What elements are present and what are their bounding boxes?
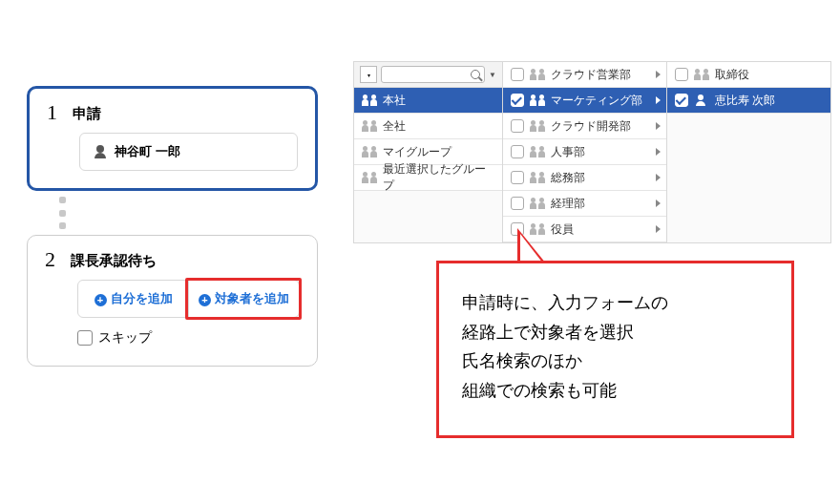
callout-line-3: 氏名検索のほか [462,346,768,376]
dept-checkbox[interactable] [511,145,524,158]
dept-label: クラウド開発部 [551,118,631,135]
dept-label: 経理部 [551,196,585,212]
applicant-name: 神谷町 一郎 [115,143,180,160]
step-2-title: 課長承認待ち [71,249,157,270]
group-icon [362,120,377,132]
dept-checkbox[interactable] [511,94,524,107]
dept-item-cloud-sales[interactable]: クラウド営業部 [503,62,666,88]
step-2-number: 2 [45,249,55,270]
person-icon [94,145,107,158]
person-checkbox[interactable] [675,68,688,81]
add-self-button[interactable]: +自分を追加 [78,281,188,317]
step-2-card: 2 課長承認待ち +自分を追加 +対象者を追加 スキップ [27,235,318,367]
dept-label: 人事部 [551,144,585,160]
group-icon [362,94,377,106]
chevron-down-icon[interactable]: ▼ [489,71,496,79]
group-icon [530,146,545,158]
person-checkbox[interactable] [675,94,688,107]
chevron-right-icon [656,148,661,156]
add-self-label: 自分を追加 [111,291,173,305]
dept-item-ga[interactable]: 総務部 [503,165,666,191]
skip-label: スキップ [98,329,152,346]
person-item-director[interactable]: 取締役 [667,62,830,88]
person-label: 恵比寿 次郎 [715,93,775,109]
dept-item-hr[interactable]: 人事部 [503,139,666,165]
group-icon [530,198,545,209]
plus-icon: + [199,294,211,306]
chevron-right-icon [656,200,661,207]
org-item-zensha[interactable]: 全社 [354,114,502,139]
applicant-box: 神谷町 一郎 [79,133,298,171]
picker-search-row: ▾ ▼ [354,62,502,88]
group-icon [362,172,377,183]
org-item-honsha[interactable]: 本社 [354,88,502,114]
picker-search-input[interactable] [381,66,485,83]
step-1-number: 1 [47,102,57,123]
picker-col-0: ▾ ▼ 本社 全社 マイグループ 最近選択したグループ [353,61,503,243]
dept-label: 総務部 [551,170,585,186]
org-item-recent[interactable]: 最近選択したグループ [354,165,502,191]
org-label: 最近選択したグループ [383,161,494,194]
workflow-steps: 1 申請 神谷町 一郎 2 課長承認待ち +自分を追加 +対象者を追加 スキップ [27,86,318,367]
dept-label: マーケティング部 [551,93,642,109]
group-icon [530,120,545,132]
step-1-card: 1 申請 神谷町 一郎 [27,86,318,191]
explanation-callout: 申請時に、入力フォームの 経路上で対象者を選択 氏名検索のほか 組織での検索も可… [436,261,794,438]
plus-icon: + [94,294,107,306]
dept-item-marketing[interactable]: マーケティング部 [503,88,666,114]
add-buttons-row: +自分を追加 +対象者を追加 [77,280,300,318]
group-icon [530,69,545,80]
group-icon [362,146,377,158]
dept-checkbox[interactable] [511,171,524,184]
chevron-right-icon [656,96,661,104]
skip-row[interactable]: スキップ [77,329,300,346]
group-icon [530,172,545,183]
picker-mode-select[interactable]: ▾ [360,66,377,83]
chevron-right-icon [656,174,661,181]
chevron-right-icon [656,225,661,233]
callout-line-2: 経路上で対象者を選択 [462,318,768,347]
dept-label: クラウド営業部 [551,67,631,83]
chevron-right-icon [656,71,661,78]
dept-checkbox[interactable] [511,68,524,81]
picker-col-2: 取締役 恵比寿 次郎 [667,61,831,243]
step-1-title: 申請 [73,102,101,123]
org-label: マイグループ [383,144,452,160]
dept-item-cloud-dev[interactable]: クラウド開発部 [503,114,666,139]
person-item-ebisu[interactable]: 恵比寿 次郎 [667,88,830,114]
person-icon [694,94,709,106]
group-icon [530,94,545,106]
callout-line-4: 組織での検索も可能 [462,376,768,406]
org-label: 全社 [383,118,406,135]
dept-item-acct[interactable]: 経理部 [503,191,666,217]
dept-label: 役員 [551,221,574,238]
picker-col-1: クラウド営業部 マーケティング部 クラウド開発部 人事部 総務部 [503,61,667,243]
search-icon [471,70,480,79]
callout-line-1: 申請時に、入力フォームの [462,288,768,318]
step-connector [59,197,67,229]
chevron-right-icon [656,122,661,130]
add-target-button[interactable]: +対象者を追加 [188,281,299,317]
group-icon [694,69,709,80]
dept-checkbox[interactable] [511,119,524,133]
skip-checkbox[interactable] [77,330,93,346]
org-picker: ▾ ▼ 本社 全社 マイグループ 最近選択したグループ クラウド営業部 [353,61,831,243]
add-target-label: 対象者を追加 [215,291,289,305]
person-label: 取締役 [715,67,749,83]
org-label: 本社 [383,93,406,109]
dept-checkbox[interactable] [511,197,524,210]
